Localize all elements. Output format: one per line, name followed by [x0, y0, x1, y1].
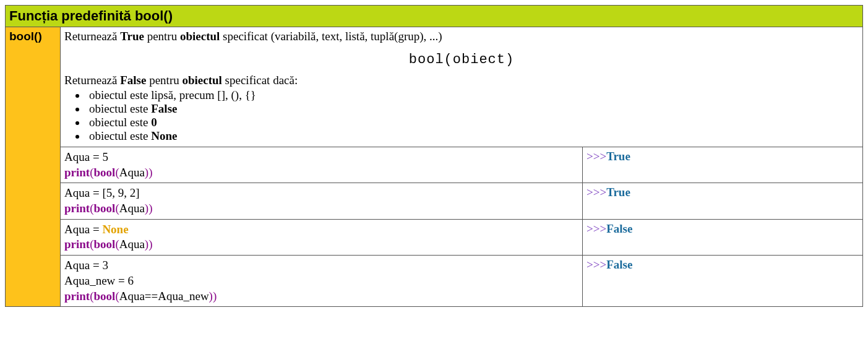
table-row: Aqua = None print(bool(Aqua)) >>>False	[6, 219, 863, 255]
output-cell: >>>True	[583, 147, 863, 183]
print-line: print(bool(Aqua==Aqua_new))	[64, 289, 578, 304]
table-row: Aqua = [5, 9, 2] print(bool(Aqua)) >>>Tr…	[6, 183, 863, 219]
assign-line: Aqua_new = 6	[64, 273, 578, 289]
code-cell: Aqua = [5, 9, 2] print(bool(Aqua))	[61, 183, 583, 219]
output-cell: >>>False	[583, 219, 863, 255]
bool-function-table: Funcția predefinită bool() bool() Return…	[5, 5, 863, 307]
assign-line: Aqua = 5	[64, 150, 578, 165]
output-cell: >>>False	[583, 256, 863, 307]
syntax-line: bool(obiect)	[64, 52, 859, 67]
returns-false-line: Returnează False pentru obiectul specifi…	[64, 74, 859, 87]
print-line: print(bool(Aqua))	[64, 237, 578, 252]
table-title: Funcția predefinită bool()	[6, 6, 863, 27]
table-row: Aqua = 5 print(bool(Aqua)) >>>True	[6, 147, 863, 183]
assign-line: Aqua = 3	[64, 258, 578, 273]
false-conditions-list: obiectul este lipsă, precum [], (), {} o…	[87, 88, 859, 143]
code-cell: Aqua = 3 Aqua_new = 6 print(bool(Aqua==A…	[61, 256, 583, 307]
function-name-cell: bool()	[6, 27, 61, 307]
returns-true-line: Returnează True pentru obiectul specific…	[64, 30, 859, 43]
assign-line: Aqua = None	[64, 222, 578, 238]
list-item: obiectul este lipsă, precum [], (), {}	[87, 88, 859, 102]
table-row: Aqua = 3 Aqua_new = 6 print(bool(Aqua==A…	[6, 256, 863, 307]
list-item: obiectul este False	[87, 102, 859, 116]
assign-line: Aqua = [5, 9, 2]	[64, 186, 578, 201]
print-line: print(bool(Aqua))	[64, 165, 578, 181]
code-cell: Aqua = None print(bool(Aqua))	[61, 219, 583, 255]
print-line: print(bool(Aqua))	[64, 201, 578, 217]
description-cell: Returnează True pentru obiectul specific…	[61, 27, 863, 147]
code-cell: Aqua = 5 print(bool(Aqua))	[61, 147, 583, 183]
output-cell: >>>True	[583, 183, 863, 219]
list-item: obiectul este 0	[87, 116, 859, 129]
list-item: obiectul este None	[87, 129, 859, 143]
